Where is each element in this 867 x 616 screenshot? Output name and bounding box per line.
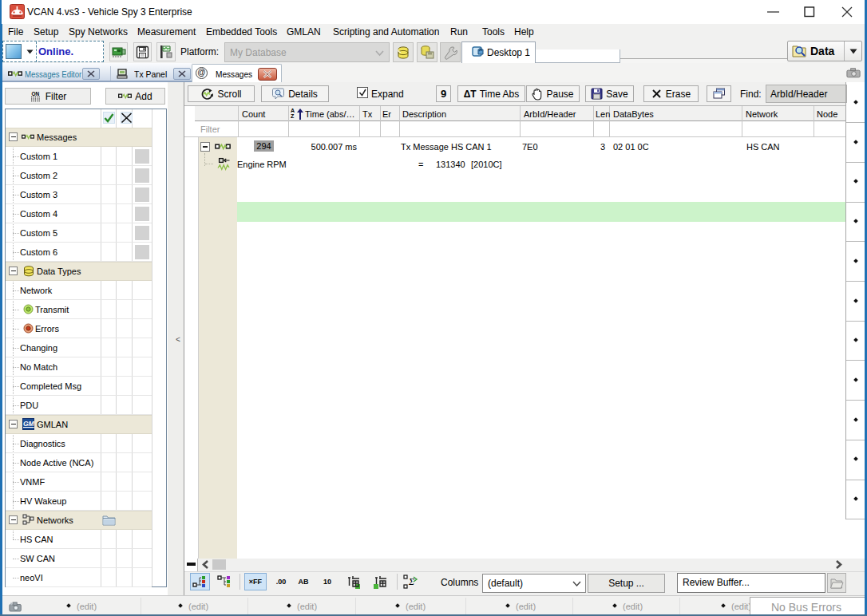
svg-text:Σ: Σ [408, 576, 414, 587]
svg-text:ON: ON [31, 91, 39, 97]
